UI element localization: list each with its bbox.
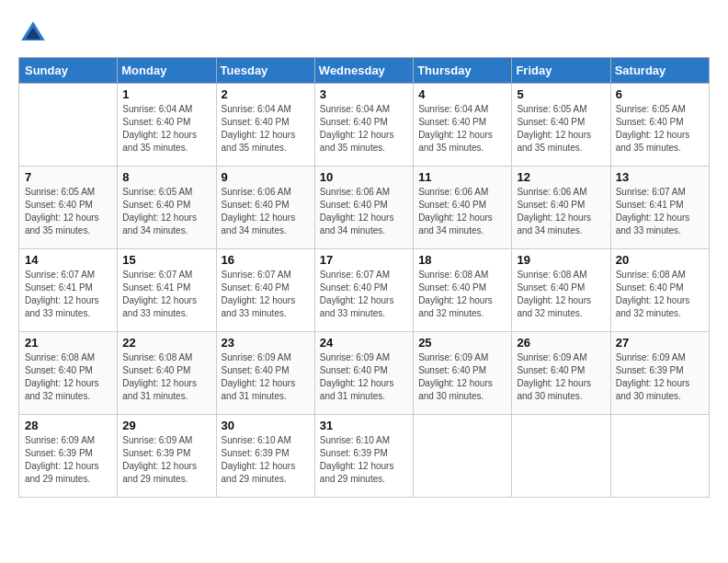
calendar-week-2: 14Sunrise: 6:07 AMSunset: 6:41 PMDayligh… xyxy=(19,249,710,332)
day-number: 31 xyxy=(320,419,408,432)
calendar-cell: 26Sunrise: 6:09 AMSunset: 6:40 PMDayligh… xyxy=(512,332,610,415)
logo-icon xyxy=(18,18,48,48)
calendar-cell: 3Sunrise: 6:04 AMSunset: 6:40 PMDaylight… xyxy=(314,84,413,167)
day-info: Sunrise: 6:06 AMSunset: 6:40 PMDaylight:… xyxy=(222,186,310,237)
calendar-week-1: 7Sunrise: 6:05 AMSunset: 6:40 PMDaylight… xyxy=(19,167,710,249)
header-friday: Friday xyxy=(512,58,610,84)
calendar-cell: 18Sunrise: 6:08 AMSunset: 6:40 PMDayligh… xyxy=(414,249,512,332)
day-number: 5 xyxy=(517,87,605,101)
day-number: 28 xyxy=(25,419,112,432)
calendar-cell: 15Sunrise: 6:07 AMSunset: 6:41 PMDayligh… xyxy=(118,249,216,332)
day-info: Sunrise: 6:09 AMSunset: 6:40 PMDaylight:… xyxy=(320,351,408,403)
day-number: 7 xyxy=(25,170,112,184)
calendar-table: SundayMondayTuesdayWednesdayThursdayFrid… xyxy=(18,57,710,498)
calendar-cell: 31Sunrise: 6:10 AMSunset: 6:39 PMDayligh… xyxy=(314,415,413,498)
header-tuesday: Tuesday xyxy=(216,58,314,84)
day-number: 4 xyxy=(418,87,506,101)
day-info: Sunrise: 6:05 AMSunset: 6:40 PMDaylight:… xyxy=(122,186,210,237)
calendar-cell: 12Sunrise: 6:06 AMSunset: 6:40 PMDayligh… xyxy=(512,167,610,249)
calendar-cell: 1Sunrise: 6:04 AMSunset: 6:40 PMDaylight… xyxy=(118,84,216,167)
calendar-cell: 28Sunrise: 6:09 AMSunset: 6:39 PMDayligh… xyxy=(19,415,118,498)
day-number: 10 xyxy=(320,170,408,184)
calendar-cell: 27Sunrise: 6:09 AMSunset: 6:39 PMDayligh… xyxy=(610,332,709,415)
calendar-cell: 16Sunrise: 6:07 AMSunset: 6:40 PMDayligh… xyxy=(216,249,314,332)
day-number: 25 xyxy=(418,336,506,350)
day-number: 16 xyxy=(222,253,310,267)
day-number: 29 xyxy=(122,419,210,432)
day-number: 30 xyxy=(222,419,310,432)
day-number: 26 xyxy=(517,336,605,350)
day-number: 9 xyxy=(222,170,310,184)
day-info: Sunrise: 6:06 AMSunset: 6:40 PMDaylight:… xyxy=(320,186,408,237)
day-info: Sunrise: 6:04 AMSunset: 6:40 PMDaylight:… xyxy=(222,103,310,155)
day-info: Sunrise: 6:08 AMSunset: 6:40 PMDaylight:… xyxy=(25,351,112,403)
day-info: Sunrise: 6:09 AMSunset: 6:39 PMDaylight:… xyxy=(25,434,112,486)
header-saturday: Saturday xyxy=(610,58,709,84)
day-info: Sunrise: 6:09 AMSunset: 6:39 PMDaylight:… xyxy=(616,351,704,403)
calendar-cell: 23Sunrise: 6:09 AMSunset: 6:40 PMDayligh… xyxy=(216,332,314,415)
calendar-week-4: 28Sunrise: 6:09 AMSunset: 6:39 PMDayligh… xyxy=(19,415,710,498)
calendar-cell xyxy=(610,415,709,498)
day-number: 15 xyxy=(122,253,210,267)
day-number: 8 xyxy=(122,170,210,184)
day-number: 14 xyxy=(25,253,112,267)
calendar-cell: 24Sunrise: 6:09 AMSunset: 6:40 PMDayligh… xyxy=(314,332,413,415)
day-info: Sunrise: 6:04 AMSunset: 6:40 PMDaylight:… xyxy=(122,103,210,155)
day-info: Sunrise: 6:08 AMSunset: 6:40 PMDaylight:… xyxy=(616,269,704,320)
calendar-cell: 13Sunrise: 6:07 AMSunset: 6:41 PMDayligh… xyxy=(610,167,709,249)
day-info: Sunrise: 6:07 AMSunset: 6:40 PMDaylight:… xyxy=(320,269,408,320)
calendar-cell: 7Sunrise: 6:05 AMSunset: 6:40 PMDaylight… xyxy=(19,167,118,249)
day-number: 22 xyxy=(122,336,210,350)
day-info: Sunrise: 6:04 AMSunset: 6:40 PMDaylight:… xyxy=(418,103,506,155)
calendar-week-3: 21Sunrise: 6:08 AMSunset: 6:40 PMDayligh… xyxy=(19,332,710,415)
calendar-cell: 11Sunrise: 6:06 AMSunset: 6:40 PMDayligh… xyxy=(414,167,512,249)
day-number: 1 xyxy=(122,87,210,101)
calendar-cell: 10Sunrise: 6:06 AMSunset: 6:40 PMDayligh… xyxy=(314,167,413,249)
day-info: Sunrise: 6:07 AMSunset: 6:41 PMDaylight:… xyxy=(122,269,210,320)
day-number: 6 xyxy=(616,87,704,101)
day-number: 3 xyxy=(320,87,408,101)
calendar-cell: 4Sunrise: 6:04 AMSunset: 6:40 PMDaylight… xyxy=(414,84,512,167)
calendar-cell: 14Sunrise: 6:07 AMSunset: 6:41 PMDayligh… xyxy=(19,249,118,332)
day-number: 2 xyxy=(222,87,310,101)
day-info: Sunrise: 6:09 AMSunset: 6:40 PMDaylight:… xyxy=(517,351,605,403)
calendar-cell: 6Sunrise: 6:05 AMSunset: 6:40 PMDaylight… xyxy=(610,84,709,167)
calendar-cell: 17Sunrise: 6:07 AMSunset: 6:40 PMDayligh… xyxy=(314,249,413,332)
day-info: Sunrise: 6:05 AMSunset: 6:40 PMDaylight:… xyxy=(25,186,112,237)
day-number: 11 xyxy=(418,170,506,184)
day-number: 19 xyxy=(517,253,605,267)
day-info: Sunrise: 6:07 AMSunset: 6:41 PMDaylight:… xyxy=(25,269,112,320)
calendar-cell: 21Sunrise: 6:08 AMSunset: 6:40 PMDayligh… xyxy=(19,332,118,415)
day-number: 13 xyxy=(616,170,704,184)
calendar-cell: 22Sunrise: 6:08 AMSunset: 6:40 PMDayligh… xyxy=(118,332,216,415)
day-info: Sunrise: 6:09 AMSunset: 6:40 PMDaylight:… xyxy=(222,351,310,403)
header-sunday: Sunday xyxy=(19,58,118,84)
calendar-week-0: 1Sunrise: 6:04 AMSunset: 6:40 PMDaylight… xyxy=(19,84,710,167)
day-number: 23 xyxy=(222,336,310,350)
header-monday: Monday xyxy=(118,58,216,84)
day-info: Sunrise: 6:05 AMSunset: 6:40 PMDaylight:… xyxy=(517,103,605,155)
calendar-cell: 29Sunrise: 6:09 AMSunset: 6:39 PMDayligh… xyxy=(118,415,216,498)
day-info: Sunrise: 6:06 AMSunset: 6:40 PMDaylight:… xyxy=(418,186,506,237)
day-info: Sunrise: 6:09 AMSunset: 6:40 PMDaylight:… xyxy=(418,351,506,403)
calendar-cell: 2Sunrise: 6:04 AMSunset: 6:40 PMDaylight… xyxy=(216,84,314,167)
header-thursday: Thursday xyxy=(414,58,512,84)
day-info: Sunrise: 6:06 AMSunset: 6:40 PMDaylight:… xyxy=(517,186,605,237)
day-info: Sunrise: 6:05 AMSunset: 6:40 PMDaylight:… xyxy=(616,103,704,155)
logo xyxy=(18,18,51,48)
calendar-cell: 19Sunrise: 6:08 AMSunset: 6:40 PMDayligh… xyxy=(512,249,610,332)
day-number: 18 xyxy=(418,253,506,267)
calendar-cell xyxy=(19,84,118,167)
calendar-cell: 5Sunrise: 6:05 AMSunset: 6:40 PMDaylight… xyxy=(512,84,610,167)
day-number: 20 xyxy=(616,253,704,267)
day-info: Sunrise: 6:08 AMSunset: 6:40 PMDaylight:… xyxy=(517,269,605,320)
day-number: 21 xyxy=(25,336,112,350)
calendar-cell: 9Sunrise: 6:06 AMSunset: 6:40 PMDaylight… xyxy=(216,167,314,249)
day-number: 17 xyxy=(320,253,408,267)
day-info: Sunrise: 6:08 AMSunset: 6:40 PMDaylight:… xyxy=(418,269,506,320)
header-wednesday: Wednesday xyxy=(314,58,413,84)
calendar-header-row: SundayMondayTuesdayWednesdayThursdayFrid… xyxy=(19,58,710,84)
calendar-cell: 20Sunrise: 6:08 AMSunset: 6:40 PMDayligh… xyxy=(610,249,709,332)
day-info: Sunrise: 6:10 AMSunset: 6:39 PMDaylight:… xyxy=(222,434,310,486)
day-number: 27 xyxy=(616,336,704,350)
